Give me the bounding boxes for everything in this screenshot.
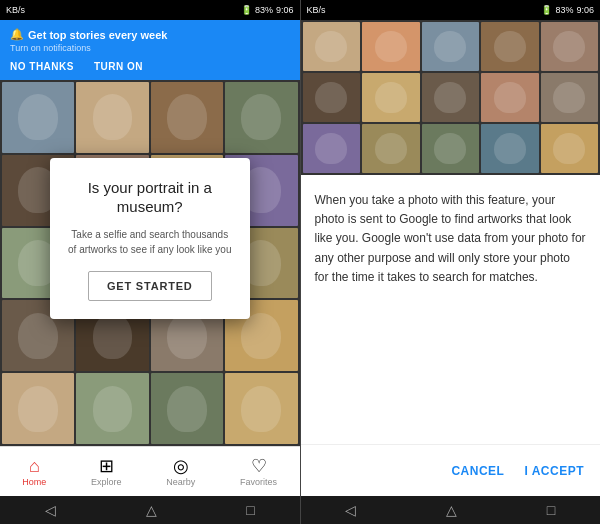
right-panel: KB/s 🔋 83% 9:06 When you take a photo wi… bbox=[301, 0, 601, 524]
back-button[interactable]: ◁ bbox=[45, 502, 56, 518]
nav-label-home: Home bbox=[22, 477, 46, 487]
portrait-cell bbox=[225, 82, 297, 153]
portrait-cell bbox=[362, 124, 420, 173]
portrait-cell bbox=[76, 373, 148, 444]
portrait-cell bbox=[481, 73, 539, 122]
right-description-area: When you take a photo with this feature,… bbox=[301, 175, 601, 444]
portrait-cell bbox=[422, 73, 480, 122]
nav-label-favorites: Favorites bbox=[240, 477, 277, 487]
portrait-cell bbox=[303, 73, 361, 122]
home-button-right[interactable]: △ bbox=[446, 502, 457, 518]
explore-icon: ⊞ bbox=[99, 457, 114, 475]
back-button-right[interactable]: ◁ bbox=[345, 502, 356, 518]
data-speed-right: KB/s bbox=[307, 5, 326, 15]
accept-button[interactable]: I ACCEPT bbox=[524, 464, 584, 478]
portrait-cell bbox=[362, 22, 420, 71]
portrait-cell bbox=[422, 124, 480, 173]
status-bar-right: KB/s 🔋 83% 9:06 bbox=[301, 0, 601, 20]
privacy-description: When you take a photo with this feature,… bbox=[315, 191, 587, 287]
cancel-button[interactable]: CANCEL bbox=[451, 464, 504, 478]
portrait-cell bbox=[303, 124, 361, 173]
nav-item-explore[interactable]: ⊞ Explore bbox=[91, 457, 122, 487]
notification-subtitle: Turn on notifications bbox=[10, 43, 290, 53]
portrait-cell bbox=[225, 373, 297, 444]
nav-item-nearby[interactable]: ◎ Nearby bbox=[166, 457, 195, 487]
no-thanks-button[interactable]: NO THANKS bbox=[10, 59, 74, 74]
battery-indicator-right: 🔋 bbox=[541, 5, 552, 15]
portrait-grid-left: Is your portrait in a museum? Take a sel… bbox=[0, 80, 300, 446]
portrait-cell bbox=[481, 22, 539, 71]
portrait-cell bbox=[151, 82, 223, 153]
time-right: 9:06 bbox=[576, 5, 594, 15]
portrait-cell bbox=[2, 82, 74, 153]
nav-item-home[interactable]: ⌂ Home bbox=[22, 457, 46, 487]
portrait-cell bbox=[303, 22, 361, 71]
get-started-button[interactable]: GET STARTED bbox=[88, 271, 212, 301]
data-speed: KB/s bbox=[6, 5, 25, 15]
time-left: 9:06 bbox=[276, 5, 294, 15]
android-nav-right: ◁ △ □ bbox=[301, 496, 601, 524]
home-button[interactable]: △ bbox=[146, 502, 157, 518]
portrait-cell bbox=[541, 73, 599, 122]
notification-actions: NO THANKS TURN ON bbox=[10, 59, 290, 74]
android-nav-left: ◁ △ □ bbox=[0, 496, 300, 524]
status-bar-left: KB/s 🔋 83% 9:06 bbox=[0, 0, 300, 20]
notification-banner: 🔔 Get top stories every week Turn on not… bbox=[0, 20, 300, 80]
portrait-cell bbox=[151, 373, 223, 444]
notification-title: 🔔 Get top stories every week bbox=[10, 28, 290, 41]
nav-item-favorites[interactable]: ♡ Favorites bbox=[240, 457, 277, 487]
portrait-grid-right bbox=[301, 20, 601, 175]
modal-title: Is your portrait in a museum? bbox=[68, 178, 232, 217]
favorites-icon: ♡ bbox=[251, 457, 267, 475]
modal-description: Take a selfie and search thousands of ar… bbox=[68, 227, 232, 257]
left-panel: KB/s 🔋 83% 9:06 🔔 Get top stories every … bbox=[0, 0, 300, 524]
nearby-icon: ◎ bbox=[173, 457, 189, 475]
portrait-cell bbox=[422, 22, 480, 71]
portrait-cell bbox=[362, 73, 420, 122]
portrait-museum-modal: Is your portrait in a museum? Take a sel… bbox=[50, 158, 250, 319]
right-action-bar: CANCEL I ACCEPT bbox=[301, 444, 601, 496]
portrait-cell bbox=[541, 124, 599, 173]
portrait-cell bbox=[541, 22, 599, 71]
battery-pct-right: 83% bbox=[555, 5, 573, 15]
battery-indicator: 🔋 bbox=[241, 5, 252, 15]
turn-on-button[interactable]: TURN ON bbox=[94, 59, 143, 74]
portrait-cell bbox=[76, 82, 148, 153]
nav-label-explore: Explore bbox=[91, 477, 122, 487]
portrait-cell bbox=[481, 124, 539, 173]
battery-pct: 83% bbox=[255, 5, 273, 15]
bottom-navigation: ⌂ Home ⊞ Explore ◎ Nearby ♡ Favorites bbox=[0, 446, 300, 496]
recent-button-right[interactable]: □ bbox=[547, 502, 555, 518]
home-icon: ⌂ bbox=[29, 457, 40, 475]
nav-label-nearby: Nearby bbox=[166, 477, 195, 487]
recent-button[interactable]: □ bbox=[246, 502, 254, 518]
portrait-cell bbox=[2, 373, 74, 444]
bell-icon: 🔔 bbox=[10, 28, 24, 41]
